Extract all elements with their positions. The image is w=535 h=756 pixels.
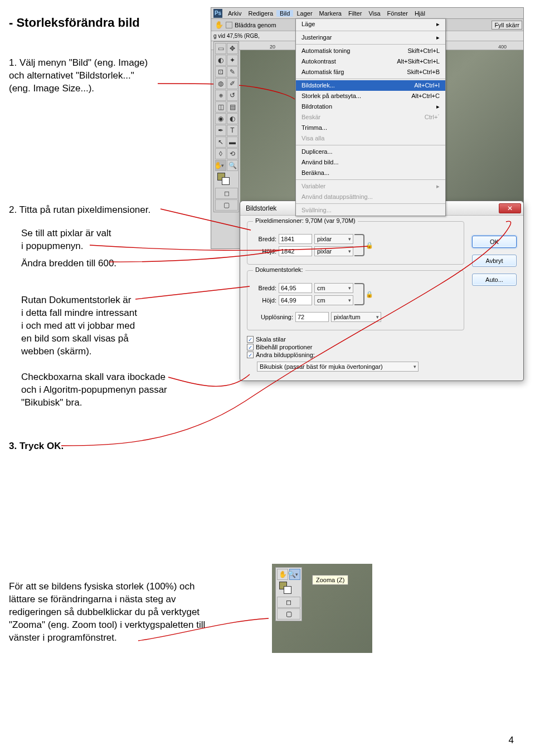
r: ▸: [436, 103, 440, 111]
shape-tool-icon[interactable]: ▬: [227, 136, 238, 148]
separator: [296, 203, 445, 204]
r: Alt+Ctrl+I: [414, 81, 440, 90]
move-tool-icon[interactable]: ✥: [227, 43, 238, 54]
eraser-tool-icon[interactable]: ◫: [215, 101, 226, 113]
r: Alt+Skift+Ctrl+L: [397, 57, 440, 66]
eyedropper-tool-icon[interactable]: ✎: [227, 66, 238, 77]
submenu-justeringar[interactable]: Justeringar▸: [296, 32, 445, 43]
3d-tool-icon[interactable]: ◊: [215, 148, 226, 159]
brush-tool-icon[interactable]: ✐: [227, 78, 238, 89]
screenmode-icon[interactable]: ▢: [215, 199, 238, 211]
l: Svällning...: [301, 206, 332, 214]
r: ▸: [436, 33, 440, 42]
submenu-svallning: Svällning...: [296, 205, 445, 216]
l: Beräkna...: [301, 169, 329, 177]
submenu-duplicera[interactable]: Duplicera...: [296, 147, 445, 157]
dodge-tool-icon[interactable]: ◐: [227, 113, 238, 124]
r: ▸: [436, 20, 440, 28]
marquee-tool-icon[interactable]: ▭: [215, 43, 226, 54]
l: Läge: [301, 20, 315, 28]
submenu-autoton[interactable]: Automatisk toningSkift+Ctrl+L: [296, 46, 445, 56]
l: Variabler: [301, 182, 325, 191]
wand-tool-icon[interactable]: ✦: [227, 55, 238, 66]
hand-tool-icon[interactable]: ✋: [215, 160, 226, 171]
l: Bildrotation: [301, 103, 332, 111]
tools-palette: ▭ ✥ ◐ ✦ ⊡ ✎ ◍ ✐ ⎈ ↺ ◫ ▤ ◉ ◐ ✒ T ↖ ▬ ◊ ⟲ …: [213, 41, 239, 212]
submenu-arbetsyta[interactable]: Storlek på arbetsyta...Alt+Ctrl+C: [296, 91, 445, 101]
l: Använd bild...: [301, 158, 339, 167]
color-swatch[interactable]: [215, 172, 238, 187]
submenu-berakna[interactable]: Beräkna...: [296, 168, 445, 178]
pen-tool-icon[interactable]: ✒: [215, 125, 226, 136]
blur-tool-icon[interactable]: ◉: [215, 113, 226, 124]
l: Bildstorlek...: [301, 81, 335, 90]
path-tool-icon[interactable]: ↖: [215, 136, 226, 148]
lasso-tool-icon[interactable]: ◐: [215, 55, 226, 66]
callout-lines: [0, 0, 535, 501]
history-tool-icon[interactable]: ↺: [227, 90, 238, 101]
stamp-tool-icon[interactable]: ⎈: [215, 90, 226, 101]
crop-tool-icon[interactable]: ⊡: [215, 66, 226, 77]
zoom-tool-icon[interactable]: 🔍: [227, 160, 238, 171]
quickmask-icon[interactable]: ◻: [215, 188, 238, 199]
rotate3d-tool-icon[interactable]: ⟲: [227, 148, 238, 159]
submenu-beskar: BeskärCtrl+´: [296, 112, 445, 123]
separator: [296, 44, 445, 45]
l: Storlek på arbetsyta...: [301, 92, 361, 100]
callout-lines-bottom: [0, 557, 390, 669]
bild-submenu: Läge▸ Justeringar▸ Automatisk toningSkif…: [295, 18, 446, 216]
submenu-variabler: Variabler▸: [296, 181, 445, 192]
separator: [296, 179, 445, 180]
healing-tool-icon[interactable]: ◍: [215, 78, 226, 89]
l: Beskär: [301, 113, 320, 121]
l: Justeringar: [301, 33, 332, 42]
submenu-anvandbild[interactable]: Använd bild...: [296, 157, 445, 168]
submenu-trimma[interactable]: Trimma...: [296, 123, 445, 133]
submenu-lage[interactable]: Läge▸: [296, 19, 445, 30]
l: Automatisk toning: [301, 47, 350, 55]
r: Alt+Ctrl+C: [411, 92, 440, 100]
page-number: 4: [509, 735, 514, 746]
l: Autokontrast: [301, 57, 336, 66]
submenu-datauppsattning: Använd datauppsättning...: [296, 192, 445, 202]
separator: [296, 31, 445, 31]
l: Visa alla: [301, 134, 324, 143]
submenu-autofarg[interactable]: Automatisk färgSkift+Ctrl+B: [296, 67, 445, 77]
submenu-bildstorlek[interactable]: Bildstorlek...Alt+Ctrl+I: [296, 80, 445, 91]
r: Skift+Ctrl+L: [408, 47, 440, 55]
submenu-rotation[interactable]: Bildrotation▸: [296, 101, 445, 112]
submenu-visaalla: Visa alla: [296, 133, 445, 144]
separator: [296, 79, 445, 79]
submenu-autokontrast[interactable]: AutokontrastAlt+Skift+Ctrl+L: [296, 56, 445, 67]
r: Skift+Ctrl+B: [407, 68, 440, 76]
l: Använd datauppsättning...: [301, 193, 373, 201]
type-tool-icon[interactable]: T: [227, 125, 238, 136]
r: ▸: [436, 182, 440, 191]
gradient-tool-icon[interactable]: ▤: [227, 101, 238, 113]
l: Trimma...: [301, 124, 327, 132]
l: Automatisk färg: [301, 68, 344, 76]
l: Duplicera...: [301, 148, 333, 156]
separator: [296, 145, 445, 145]
r: Ctrl+´: [425, 113, 440, 121]
